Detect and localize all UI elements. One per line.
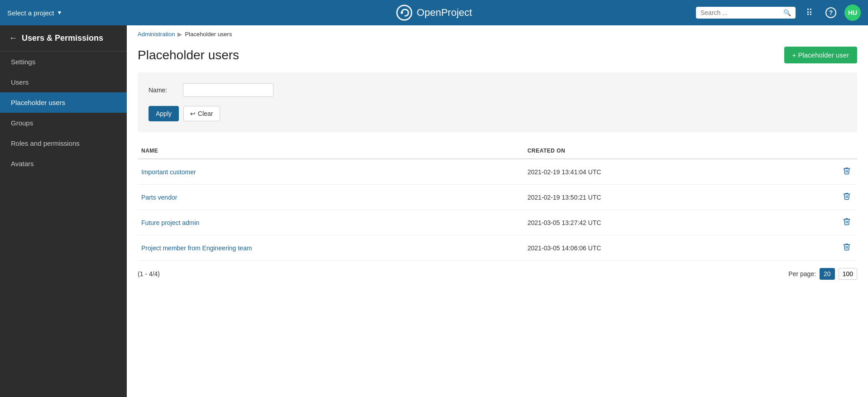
delete-row-button[interactable]	[840, 242, 854, 254]
table-footer: (1 - 4/4) Per page: 20 100	[127, 261, 868, 284]
top-navigation: Select a project ▼ OpenProject 🔍 ⠿ ? HU	[0, 0, 868, 25]
column-header-name: NAME	[138, 143, 524, 159]
app-logo-icon	[396, 5, 412, 21]
row-created-on-cell: 2021-03-05 14:06:06 UTC	[524, 235, 789, 261]
page-title: Placeholder users	[138, 48, 239, 62]
filter-actions: Apply ↩ Clear	[149, 106, 846, 121]
breadcrumb-parent[interactable]: Administration	[138, 31, 175, 38]
sidebar-item-groups[interactable]: Groups	[0, 113, 127, 133]
placeholder-users-table: NAME CREATED ON Important customer2021-0…	[138, 143, 857, 261]
sidebar-item-placeholder-users[interactable]: Placeholder users	[0, 92, 127, 113]
sidebar-item-users[interactable]: Users	[0, 72, 127, 92]
sidebar-item-label: Settings	[11, 58, 35, 66]
pagination-summary: (1 - 4/4)	[138, 270, 160, 277]
placeholder-user-link[interactable]: Important customer	[141, 168, 196, 176]
app-name: OpenProject	[417, 7, 472, 19]
sidebar-item-label: Roles and permissions	[11, 139, 80, 147]
help-button[interactable]: ?	[823, 5, 839, 21]
delete-row-button[interactable]	[840, 166, 854, 178]
search-icon: 🔍	[783, 9, 791, 16]
table-row: Parts vendor2021-02-19 13:50:21 UTC	[138, 185, 857, 210]
sidebar-item-settings[interactable]: Settings	[0, 52, 127, 72]
per-page-selector: Per page: 20 100	[788, 268, 857, 280]
undo-icon: ↩	[190, 110, 196, 117]
project-selector[interactable]: Select a project ▼	[7, 9, 62, 17]
project-selector-label: Select a project	[7, 9, 54, 17]
breadcrumb-separator: ▶	[177, 31, 182, 38]
search-box[interactable]: 🔍	[696, 7, 796, 19]
sidebar-header: ← Users & Permissions	[0, 25, 127, 52]
row-name-cell: Parts vendor	[138, 185, 524, 210]
chevron-down-icon: ▼	[57, 10, 62, 16]
table-row: Important customer2021-02-19 13:41:04 UT…	[138, 159, 857, 185]
clear-filter-button[interactable]: ↩ Clear	[183, 106, 220, 121]
avatar-initials: HU	[848, 9, 857, 16]
row-created-on-cell: 2021-03-05 13:27:42 UTC	[524, 210, 789, 235]
sidebar: ← Users & Permissions Settings Users Pla…	[0, 25, 127, 397]
sidebar-item-label: Avatars	[11, 160, 34, 167]
clear-label: Clear	[198, 110, 213, 117]
table-row: Project member from Engineering team2021…	[138, 235, 857, 261]
per-page-label: Per page:	[788, 270, 816, 277]
filter-name-label: Name:	[149, 86, 176, 94]
breadcrumb: Administration ▶ Placeholder users	[127, 25, 868, 43]
column-header-actions	[789, 143, 857, 159]
svg-point-0	[397, 5, 411, 20]
delete-row-button[interactable]	[840, 191, 854, 203]
main-layout: ← Users & Permissions Settings Users Pla…	[0, 25, 868, 397]
search-input[interactable]	[700, 9, 781, 16]
user-avatar-button[interactable]: HU	[844, 5, 861, 21]
per-page-100[interactable]: 100	[839, 268, 857, 280]
table-row: Future project admin2021-03-05 13:27:42 …	[138, 210, 857, 235]
sidebar-navigation: Settings Users Placeholder users Groups …	[0, 52, 127, 397]
sidebar-item-label: Groups	[11, 119, 33, 127]
row-actions-cell	[789, 159, 857, 185]
row-name-cell: Important customer	[138, 159, 524, 185]
svg-point-1	[400, 11, 403, 14]
placeholder-user-link[interactable]: Project member from Engineering team	[141, 244, 252, 252]
sidebar-section-title: Users & Permissions	[22, 33, 103, 43]
breadcrumb-current: Placeholder users	[185, 31, 232, 38]
sidebar-item-label: Placeholder users	[11, 99, 65, 106]
row-name-cell: Project member from Engineering team	[138, 235, 524, 261]
row-created-on-cell: 2021-02-19 13:41:04 UTC	[524, 159, 789, 185]
per-page-20[interactable]: 20	[820, 268, 835, 280]
row-name-cell: Future project admin	[138, 210, 524, 235]
app-logo-area: OpenProject	[396, 5, 472, 21]
placeholder-user-link[interactable]: Parts vendor	[141, 194, 177, 201]
column-header-created-on: CREATED ON	[524, 143, 789, 159]
delete-row-button[interactable]	[840, 216, 854, 229]
table-header: NAME CREATED ON	[138, 143, 857, 159]
sidebar-item-avatars[interactable]: Avatars	[0, 153, 127, 174]
svg-text:?: ?	[829, 9, 833, 16]
help-icon: ?	[825, 7, 836, 18]
add-placeholder-user-button[interactable]: + Placeholder user	[784, 47, 858, 63]
page-header: Placeholder users + Placeholder user	[127, 43, 868, 72]
back-arrow-icon[interactable]: ←	[9, 33, 17, 43]
main-content: Administration ▶ Placeholder users Place…	[127, 25, 868, 397]
row-actions-cell	[789, 210, 857, 235]
filter-row-name: Name:	[149, 83, 846, 97]
apply-filter-button[interactable]: Apply	[149, 106, 179, 121]
placeholder-user-link[interactable]: Future project admin	[141, 219, 199, 226]
row-actions-cell	[789, 235, 857, 261]
sidebar-item-label: Users	[11, 78, 29, 86]
filter-box: Name: Apply ↩ Clear	[138, 72, 857, 132]
top-nav-right: 🔍 ⠿ ? HU	[696, 5, 861, 21]
row-created-on-cell: 2021-02-19 13:50:21 UTC	[524, 185, 789, 210]
row-actions-cell	[789, 185, 857, 210]
sidebar-item-roles-permissions[interactable]: Roles and permissions	[0, 133, 127, 153]
table-body: Important customer2021-02-19 13:41:04 UT…	[138, 159, 857, 261]
table-container: NAME CREATED ON Important customer2021-0…	[138, 143, 857, 261]
grid-menu-button[interactable]: ⠿	[801, 5, 817, 21]
filter-name-input[interactable]	[183, 83, 273, 97]
